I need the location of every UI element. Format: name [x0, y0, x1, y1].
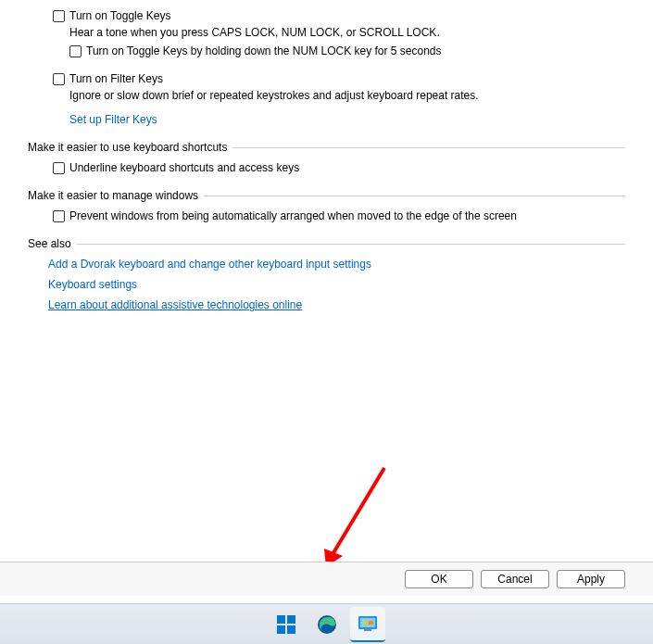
control-panel-icon[interactable]: [350, 607, 385, 642]
toggle-keys-desc: Hear a tone when you press CAPS LOCK, NU…: [69, 26, 625, 39]
svg-rect-5: [287, 625, 295, 634]
keyboard-settings-link[interactable]: Keyboard settings: [48, 278, 625, 291]
divider: [77, 244, 625, 245]
dialog-button-bar: OK Cancel Apply: [0, 562, 653, 596]
svg-rect-3: [287, 615, 295, 624]
cancel-button[interactable]: Cancel: [481, 570, 549, 588]
windows-section-title: Make it easier to manage windows: [28, 189, 198, 202]
apply-button[interactable]: Apply: [557, 570, 625, 588]
toggle-keys-label: Turn on Toggle Keys: [69, 9, 170, 22]
setup-filter-keys-link[interactable]: Set up Filter Keys: [69, 113, 157, 126]
filter-keys-block: Turn on Filter Keys Ignore or slow down …: [53, 72, 625, 126]
edge-browser-icon[interactable]: [309, 607, 345, 642]
svg-rect-11: [364, 629, 371, 631]
shortcuts-section-title: Make it easier to use keyboard shortcuts: [28, 141, 227, 154]
taskbar: [0, 603, 653, 644]
toggle-keys-block: Turn on Toggle Keys Hear a tone when you…: [53, 9, 625, 57]
divider: [204, 196, 625, 196]
filter-keys-label: Turn on Filter Keys: [69, 72, 163, 85]
assistive-tech-link[interactable]: Learn about additional assistive technol…: [48, 298, 625, 311]
toggle-keys-checkbox[interactable]: [53, 10, 65, 22]
svg-rect-2: [277, 615, 285, 624]
toggle-keys-numlock-label: Turn on Toggle Keys by holding down the …: [86, 44, 442, 57]
divider: [232, 147, 625, 148]
filter-keys-desc: Ignore or slow down brief or repeated ke…: [69, 89, 625, 102]
filter-keys-checkbox[interactable]: [53, 73, 65, 85]
toggle-keys-numlock-checkbox[interactable]: [69, 45, 82, 57]
underline-shortcuts-label: Underline keyboard shortcuts and access …: [69, 161, 299, 174]
see-also-title: See also: [28, 237, 71, 250]
start-button[interactable]: [269, 607, 304, 642]
svg-rect-4: [277, 625, 285, 634]
svg-rect-10: [369, 621, 373, 625]
settings-content: Turn on Toggle Keys Hear a tone when you…: [0, 0, 653, 311]
windows-section-header: Make it easier to manage windows: [28, 189, 625, 202]
see-also-section-header: See also: [28, 237, 625, 250]
prevent-arrange-label: Prevent windows from being automatically…: [69, 209, 517, 222]
svg-line-0: [332, 468, 384, 556]
dvorak-link[interactable]: Add a Dvorak keyboard and change other k…: [48, 258, 625, 271]
svg-point-9: [363, 621, 367, 625]
underline-shortcuts-checkbox[interactable]: [53, 162, 65, 174]
prevent-arrange-checkbox[interactable]: [53, 210, 65, 222]
shortcuts-section-header: Make it easier to use keyboard shortcuts: [28, 141, 625, 154]
ok-button[interactable]: OK: [405, 570, 473, 588]
